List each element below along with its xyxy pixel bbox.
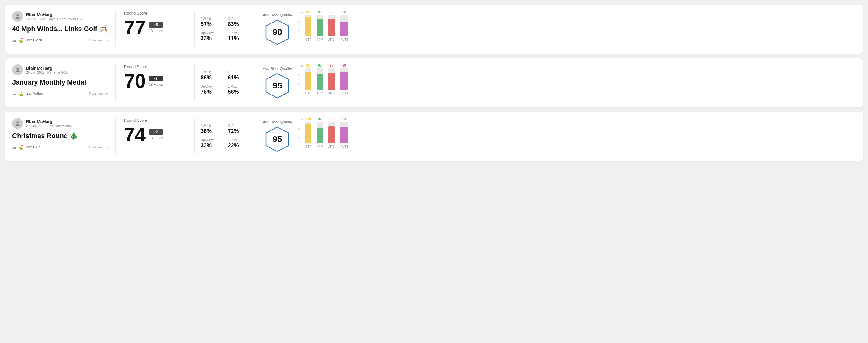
bar-chart: 107 OTT 95 APP 98 bbox=[305, 11, 348, 48]
user-info: Blair McHarg 27 Dec 2021 · The Oxfordshi… bbox=[26, 119, 72, 128]
bar-axis-label: ARG bbox=[328, 38, 335, 41]
bar-fill bbox=[305, 17, 311, 36]
tee-info: ☁ ⛳ Tee: Yellow bbox=[12, 91, 43, 96]
bar-group: 110 OTT bbox=[305, 117, 311, 148]
bar-group: 99 PUTT bbox=[340, 64, 348, 95]
bar-fill bbox=[328, 73, 335, 90]
user-name: Blair McHarg bbox=[26, 66, 68, 70]
tee-label: Tee: Yellow bbox=[25, 92, 43, 96]
bar-wrapper bbox=[328, 15, 335, 36]
y-label-50: 50 bbox=[298, 127, 303, 130]
avatar bbox=[12, 11, 23, 22]
right-section: Avg Shot Quality 95 100 50 0 bbox=[255, 64, 856, 101]
updown-label: Up/Down bbox=[201, 138, 222, 142]
oneputt-stat: 1 Putt 22% bbox=[228, 138, 249, 149]
bar-group: 96 ARG bbox=[328, 64, 335, 95]
bar-axis-label: OTT bbox=[305, 92, 311, 95]
weather-icon: ☁ bbox=[12, 38, 17, 42]
bar-axis-label: OTT bbox=[305, 38, 311, 41]
user-meta: 27 Dec 2021 · The Oxfordshire bbox=[26, 124, 72, 128]
bar-group: 101 OTT bbox=[305, 64, 311, 95]
oneputt-value: 22% bbox=[228, 142, 249, 149]
round-title: 40 Mph Winds... Links Golf 🪃 bbox=[12, 25, 108, 33]
updown-stat: Up/Down 78% bbox=[201, 85, 222, 95]
bar-value: 95 bbox=[318, 10, 322, 14]
bar-group: 98 ARG bbox=[328, 10, 335, 41]
quality-section: Avg Shot Quality 90 bbox=[263, 13, 292, 46]
big-score: 74 bbox=[124, 125, 146, 145]
score-diff-badge: -2 bbox=[149, 76, 163, 81]
bar-wrapper bbox=[340, 68, 348, 90]
updown-value: 33% bbox=[201, 142, 222, 149]
fw-hit-label: FW Hit bbox=[201, 124, 222, 127]
quality-label: Avg Shot Quality bbox=[263, 66, 292, 71]
oneputt-label: 1 Putt bbox=[228, 31, 249, 35]
gir-label: GIR bbox=[228, 124, 249, 127]
holes-label: 18 Holes bbox=[149, 136, 163, 140]
svg-point-2 bbox=[17, 68, 19, 70]
bar-value: 107 bbox=[305, 10, 311, 14]
bar-fill bbox=[340, 22, 348, 36]
bar-group: 93 PUTT bbox=[340, 117, 348, 148]
round-title: January Monthly Medal bbox=[12, 79, 108, 86]
user-info: Blair McHarg 29 Jan 2022 · Mill Ride GCC bbox=[26, 66, 68, 74]
gir-label: GIR bbox=[228, 70, 249, 74]
bar-value: 101 bbox=[305, 64, 311, 67]
bottom-row: ☁ ⛳ Tee: Black Data: Arccos bbox=[12, 38, 108, 42]
fw-hit-stat: FW Hit 36% bbox=[201, 124, 222, 134]
bar-group: 86 APP bbox=[317, 64, 323, 95]
chart-y-axis: 100 50 0 bbox=[298, 64, 304, 86]
gir-stat: GIR 83% bbox=[228, 17, 249, 27]
fw-hit-label: FW Hit bbox=[201, 17, 222, 20]
bar-axis-label: ARG bbox=[328, 92, 335, 95]
bar-wrapper bbox=[317, 15, 323, 36]
oneputt-value: 11% bbox=[228, 35, 249, 42]
bar-value: 95 bbox=[330, 117, 333, 121]
left-section: Blair McHarg 12 Feb 2022 · Royal North D… bbox=[12, 11, 116, 48]
oneputt-stat: 1 Putt 56% bbox=[228, 85, 249, 95]
svg-point-4 bbox=[17, 121, 19, 123]
fw-hit-label: FW Hit bbox=[201, 70, 222, 74]
y-label-0: 0 bbox=[298, 83, 303, 86]
score-diff-badge: +5 bbox=[149, 22, 163, 28]
chart-area: 100 50 0 107 OTT 95 bbox=[298, 11, 856, 48]
avatar bbox=[12, 118, 23, 129]
user-row: Blair McHarg 29 Jan 2022 · Mill Ride GCC bbox=[12, 64, 108, 75]
user-name: Blair McHarg bbox=[26, 12, 82, 17]
bottom-row: ☁ ⛳ Tee: Blue Data: Arccos bbox=[12, 145, 108, 150]
quality-label: Avg Shot Quality bbox=[263, 120, 292, 124]
quality-section: Avg Shot Quality 95 bbox=[263, 66, 292, 99]
gir-stat: GIR 72% bbox=[228, 124, 249, 134]
bar-axis-label: APP bbox=[317, 38, 323, 41]
score-row: 70 -2 18 Holes bbox=[124, 71, 186, 91]
stats-grid: FW Hit 57% GIR 83% Up/Down 33% 1 Putt 11… bbox=[201, 17, 249, 42]
score-section: Round Score 70 -2 18 Holes bbox=[116, 64, 194, 101]
hexagon-container: 95 bbox=[264, 72, 291, 99]
updown-value: 78% bbox=[201, 89, 222, 95]
holes-label: 18 Holes bbox=[149, 29, 163, 33]
bar-wrapper bbox=[340, 15, 348, 36]
updown-value: 33% bbox=[201, 35, 222, 42]
score-row: 74 +2 18 Holes bbox=[124, 125, 186, 145]
score-badge-col: -2 18 Holes bbox=[149, 76, 163, 87]
tee-label: Tee: Black bbox=[25, 38, 42, 42]
bar-value: 99 bbox=[342, 64, 346, 67]
bar-group: 87 APP bbox=[317, 117, 323, 148]
data-source: Data: Arccos bbox=[89, 145, 108, 149]
y-label-0: 0 bbox=[298, 29, 303, 32]
quality-score: 95 bbox=[273, 81, 282, 91]
chart-wrapper: 100 50 0 110 OTT 87 bbox=[298, 118, 856, 154]
right-section: Avg Shot Quality 95 100 50 0 bbox=[255, 118, 856, 154]
left-section: Blair McHarg 27 Dec 2021 · The Oxfordshi… bbox=[12, 118, 116, 154]
bar-axis-label: APP bbox=[317, 92, 323, 95]
y-label-100: 100 bbox=[298, 118, 303, 121]
score-row: 77 +5 18 Holes bbox=[124, 18, 186, 37]
chart-area: 100 50 0 110 OTT 87 bbox=[298, 118, 856, 154]
bar-fill bbox=[317, 20, 323, 36]
y-label-100: 100 bbox=[298, 64, 303, 67]
tee-info: ☁ ⛳ Tee: Black bbox=[12, 38, 42, 42]
updown-label: Up/Down bbox=[201, 85, 222, 88]
round-card: Blair McHarg 27 Dec 2021 · The Oxfordshi… bbox=[5, 112, 863, 161]
chart-y-axis: 100 50 0 bbox=[298, 11, 304, 32]
data-source: Data: Arccos bbox=[89, 92, 108, 95]
